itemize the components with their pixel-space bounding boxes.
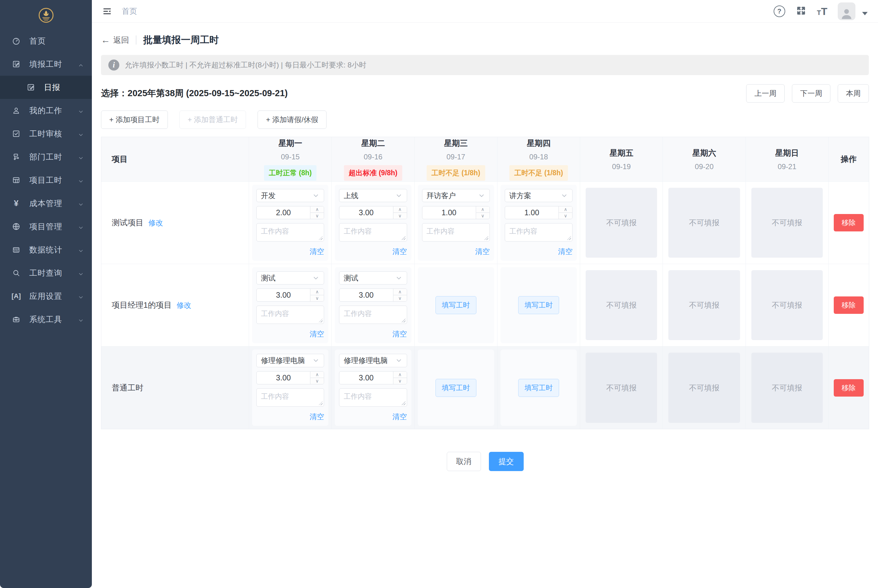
avatar[interactable]	[838, 3, 856, 20]
sidebar-item-label: 应用设置	[29, 291, 78, 302]
remove-row-button[interactable]: 移除	[834, 214, 864, 231]
sidebar-item-department-hours[interactable]: 部门工时	[0, 146, 92, 168]
task-type-select[interactable]: 修理修理电脑	[256, 354, 324, 367]
help-icon[interactable]: ?	[774, 6, 785, 17]
task-type-select[interactable]: 上线	[339, 189, 407, 202]
timesheet-card: 填写工时	[500, 267, 577, 343]
work-content-textarea[interactable]	[256, 223, 324, 242]
sidebar-item-project-management[interactable]: 项目管理	[0, 215, 92, 238]
form-icon	[26, 83, 35, 92]
sidebar-item-system-tools[interactable]: 系统工具	[0, 308, 92, 331]
increase-hours-button[interactable]: ∧	[393, 289, 407, 295]
hours-input[interactable]	[423, 206, 476, 219]
sidebar-menu: 首页 填报工时 日报	[0, 29, 92, 331]
work-content-textarea[interactable]	[505, 223, 572, 242]
task-type-select[interactable]: 开发	[256, 189, 324, 202]
hours-input[interactable]	[339, 206, 393, 219]
task-type-select[interactable]: 测试	[256, 272, 324, 285]
work-content-textarea[interactable]	[256, 388, 324, 406]
increase-hours-button[interactable]: ∧	[310, 289, 324, 295]
decrease-hours-button[interactable]: ∨	[393, 378, 407, 384]
clear-link[interactable]: 清空	[558, 247, 572, 255]
increase-hours-button[interactable]: ∧	[310, 372, 324, 378]
form-footer: 取消 提交	[101, 452, 869, 471]
fill-hours-button[interactable]: 填写工时	[518, 379, 559, 397]
work-content-textarea[interactable]	[339, 306, 407, 324]
hours-input[interactable]	[505, 206, 559, 219]
task-type-select[interactable]: 测试	[339, 272, 407, 285]
hours-input[interactable]	[257, 289, 310, 302]
decrease-hours-button[interactable]: ∨	[393, 213, 407, 219]
hours-input[interactable]	[257, 206, 310, 219]
sidebar-item-my-work[interactable]: 我的工作	[0, 99, 92, 122]
decrease-hours-button[interactable]: ∨	[476, 213, 490, 219]
fullscreen-icon[interactable]	[796, 5, 807, 17]
sidebar-item-cost-management[interactable]: ¥ 成本管理	[0, 192, 92, 215]
toolbox-icon	[12, 315, 21, 324]
project-hours-icon	[12, 176, 21, 185]
increase-hours-button[interactable]: ∧	[559, 206, 572, 213]
edit-project-link[interactable]: 修改	[177, 300, 191, 310]
fill-hours-button[interactable]: 填写工时	[518, 296, 559, 314]
department-icon	[12, 152, 21, 162]
edit-project-link[interactable]: 修改	[148, 218, 163, 228]
task-type-select[interactable]: 拜访客户	[422, 189, 490, 202]
decrease-hours-button[interactable]: ∨	[559, 213, 572, 219]
clear-link[interactable]: 清空	[309, 412, 324, 421]
work-content-textarea[interactable]	[339, 388, 407, 406]
sidebar-item-project-hours[interactable]: 项目工时	[0, 168, 92, 192]
sidebar-submenu: 日报	[0, 76, 92, 99]
decrease-hours-button[interactable]: ∨	[393, 295, 407, 302]
sidebar-item-home[interactable]: 首页	[0, 29, 92, 52]
task-type-select[interactable]: 修理修理电脑	[339, 354, 407, 367]
add-project-hours-button[interactable]: + 添加项目工时	[101, 111, 168, 129]
caret-down-icon[interactable]	[862, 12, 868, 15]
clear-link[interactable]: 清空	[309, 247, 324, 255]
fill-hours-button[interactable]: 填写工时	[436, 379, 476, 397]
chevron-down-icon	[395, 357, 403, 364]
hours-input[interactable]	[339, 289, 393, 302]
timesheet-table: 项目 星期一 09-15 工时正常 (8h) 星期二 09-16 超出标准 (9…	[101, 137, 869, 429]
font-size-icon[interactable]: TT	[817, 6, 827, 16]
day-cell-wednesday: 拜访客户 ∧∨ 清空	[415, 182, 497, 264]
decrease-hours-button[interactable]: ∨	[310, 295, 324, 302]
sidebar-item-data-statistics[interactable]: 数据统计	[0, 238, 92, 261]
work-content-textarea[interactable]	[339, 223, 407, 242]
remove-row-button[interactable]: 移除	[834, 379, 864, 397]
sidebar-item-hours-query[interactable]: 工时查询	[0, 261, 92, 285]
page-content: ← 返回 批量填报一周工时 i 允许填报小数工时 | 不允许超过标准工时(8小时…	[92, 22, 878, 489]
sidebar-item-fill-hours[interactable]: 填报工时	[0, 52, 92, 76]
increase-hours-button[interactable]: ∧	[393, 206, 407, 213]
clear-link[interactable]: 清空	[309, 330, 324, 338]
hours-input[interactable]	[339, 372, 393, 384]
clear-link[interactable]: 清空	[393, 247, 407, 255]
work-content-textarea[interactable]	[422, 223, 490, 242]
work-content-textarea[interactable]	[256, 306, 324, 324]
current-week-button[interactable]: 本周	[838, 84, 869, 103]
decrease-hours-button[interactable]: ∨	[310, 378, 324, 384]
clear-link[interactable]: 清空	[475, 247, 490, 255]
add-leave-button[interactable]: + 添加请假/休假	[258, 111, 326, 129]
task-type-select[interactable]: 讲方案	[505, 189, 572, 202]
sidebar-item-hours-audit[interactable]: 工时审核	[0, 122, 92, 146]
increase-hours-button[interactable]: ∧	[393, 372, 407, 378]
sidebar-collapse-icon[interactable]	[102, 6, 112, 16]
clear-link[interactable]: 清空	[393, 330, 407, 338]
decrease-hours-button[interactable]: ∨	[310, 213, 324, 219]
increase-hours-button[interactable]: ∧	[310, 206, 324, 213]
remove-row-button[interactable]: 移除	[834, 297, 864, 314]
globe-icon	[12, 222, 21, 231]
submit-button[interactable]: 提交	[489, 452, 524, 471]
clear-link[interactable]: 清空	[393, 412, 407, 421]
prev-week-button[interactable]: 上一周	[746, 84, 785, 103]
search-icon	[12, 268, 21, 278]
increase-hours-button[interactable]: ∧	[476, 206, 490, 213]
next-week-button[interactable]: 下一周	[792, 84, 830, 103]
hours-input[interactable]	[257, 372, 310, 384]
breadcrumb[interactable]: 首页	[122, 6, 137, 16]
back-button[interactable]: ← 返回	[101, 35, 129, 45]
cancel-button[interactable]: 取消	[447, 452, 481, 471]
sidebar-item-daily-report[interactable]: 日报	[0, 76, 92, 99]
sidebar-item-app-settings[interactable]: [A] 应用设置	[0, 285, 92, 308]
fill-hours-button[interactable]: 填写工时	[436, 296, 476, 314]
